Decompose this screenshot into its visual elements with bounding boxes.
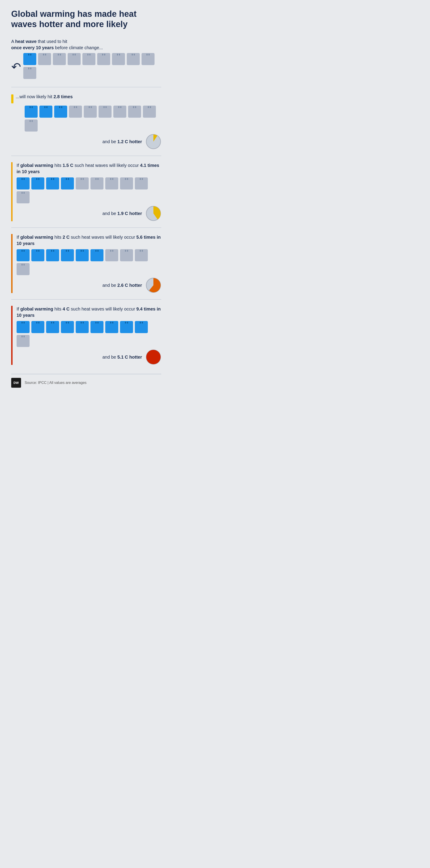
- section-base: A heat wave that used to hit once every …: [11, 38, 161, 81]
- yellow-bar: [11, 94, 13, 103]
- calendar-gray: [143, 105, 156, 118]
- calendar-blue: [135, 321, 148, 333]
- calendar-gray: [98, 105, 112, 118]
- calendar-gray: [113, 105, 126, 118]
- hotter-row-1.2: and be 1.2 C hotter: [11, 134, 161, 149]
- footer: DW Source: IPCC | All values are average…: [11, 374, 161, 388]
- calendar-gray: [38, 53, 51, 65]
- scenario-2c: If global warming hits 2 C such heat wav…: [11, 234, 161, 293]
- arrow-calendars-row: ↷: [11, 53, 161, 81]
- calendar-gray: [142, 53, 154, 65]
- calendar-gray: [17, 263, 30, 275]
- footer-source: Source: IPCC | All values are averages: [25, 381, 86, 385]
- calendar-blue: [61, 249, 74, 261]
- calendar-blue: [46, 321, 59, 333]
- calendar-gray: [105, 177, 118, 189]
- calendar-gray: [68, 53, 81, 65]
- calendar-gray: [97, 53, 110, 65]
- calendar-gray: [127, 53, 140, 65]
- calendar-blue: [17, 249, 30, 261]
- hotter-text-1.2: and be 1.2 C hotter: [102, 139, 142, 144]
- base-calendars: [23, 53, 161, 79]
- calendar-blue: [39, 105, 52, 118]
- calendar-blue: [46, 249, 59, 261]
- scenario-2c-text: If global warming hits 2 C such heat wav…: [17, 234, 161, 247]
- calendar-blue: [61, 321, 74, 333]
- calendar-gray: [76, 177, 89, 189]
- arrow-icon: ↷: [11, 61, 21, 73]
- calendar-blue: [76, 249, 89, 261]
- temp-circle-5.1: [146, 349, 161, 365]
- hotter-row-2.6: and be 2.6 C hotter: [17, 277, 161, 293]
- calendar-blue: [54, 105, 67, 118]
- 15c-calendars: [17, 177, 161, 204]
- calendar-blue: [17, 321, 30, 333]
- calendar-gray: [23, 67, 36, 79]
- calendar-gray: [128, 105, 141, 118]
- calendar-blue: [105, 321, 118, 333]
- hotter-text-5.1: and be 5.1 C hotter: [102, 354, 142, 360]
- divider-1: [11, 87, 161, 87]
- calendar-gray: [120, 249, 133, 261]
- heat-wave-bold: heat wave: [15, 39, 37, 44]
- calendar-blue: [90, 321, 104, 333]
- temp-circle-1.9: [146, 206, 161, 221]
- calendar-blue: [25, 105, 38, 118]
- section-2.8: ...will now likely hit 2.8 times and be …: [11, 94, 161, 149]
- divider-2: [11, 156, 161, 156]
- hotter-text-2.6: and be 2.6 C hotter: [102, 283, 142, 288]
- calendar-blue: [31, 249, 44, 261]
- temp-circle-2.6: [146, 277, 161, 293]
- scenario-4c: If global warming hits 4 C such heat wav…: [11, 306, 161, 365]
- calendar-gray: [17, 335, 30, 347]
- temp-circle-1.2: [146, 134, 161, 149]
- calendar-blue: [23, 53, 36, 65]
- calendar-blue: [90, 249, 104, 261]
- calendar-blue: [120, 321, 133, 333]
- intro-text: A heat wave that used to hit once every …: [11, 38, 161, 51]
- calendar-gray: [17, 191, 30, 204]
- calendar-blue: [31, 321, 44, 333]
- calendar-gray: [69, 105, 82, 118]
- divider-3: [11, 227, 161, 228]
- calendar-gray: [135, 177, 148, 189]
- 5.1c-bold: 5.1 C hotter: [117, 354, 142, 360]
- divider-4: [11, 299, 161, 300]
- calendar-gray: [112, 53, 125, 65]
- main-title: Global warming has made heat waves hotte…: [11, 9, 161, 29]
- calendar-blue: [61, 177, 74, 189]
- scenario-1.5c: If global warming hits 1.5 C such heat w…: [11, 162, 161, 221]
- calendar-blue: [46, 177, 59, 189]
- once-every-bold: once every 10 years: [11, 45, 54, 50]
- 1.9c-bold: 1.9 C hotter: [117, 211, 142, 216]
- calendar-blue: [76, 321, 89, 333]
- hotter-text-1.9: and be 1.9 C hotter: [102, 211, 142, 216]
- dw-logo: DW: [11, 378, 21, 388]
- 1.2c-bold: 1.2 C hotter: [117, 139, 142, 144]
- calendar-gray: [53, 53, 66, 65]
- will-now-text: ...will now likely hit 2.8 times: [16, 94, 73, 100]
- 4c-calendars: [17, 321, 161, 347]
- calendar-gray: [105, 249, 118, 261]
- calendar-blue: [17, 177, 30, 189]
- calendar-gray: [120, 177, 133, 189]
- scenario-4c-text: If global warming hits 4 C such heat wav…: [17, 306, 161, 318]
- calendar-gray: [25, 120, 38, 131]
- scenario-1.5c-text: If global warming hits 1.5 C such heat w…: [17, 162, 161, 175]
- calendar-gray: [90, 177, 104, 189]
- hotter-row-5.1: and be 5.1 C hotter: [17, 349, 161, 365]
- calendar-blue: [31, 177, 44, 189]
- calendar-gray: [82, 53, 95, 65]
- 2.6c-bold: 2.6 C hotter: [117, 283, 142, 288]
- 2.8-bold: 2.8 times: [54, 94, 73, 99]
- calendar-gray: [84, 105, 97, 118]
- calendar-gray: [135, 249, 148, 261]
- 2c-calendars: [17, 249, 161, 275]
- hotter-row-1.9: and be 1.9 C hotter: [17, 206, 161, 221]
- 28-calendars: [25, 105, 161, 131]
